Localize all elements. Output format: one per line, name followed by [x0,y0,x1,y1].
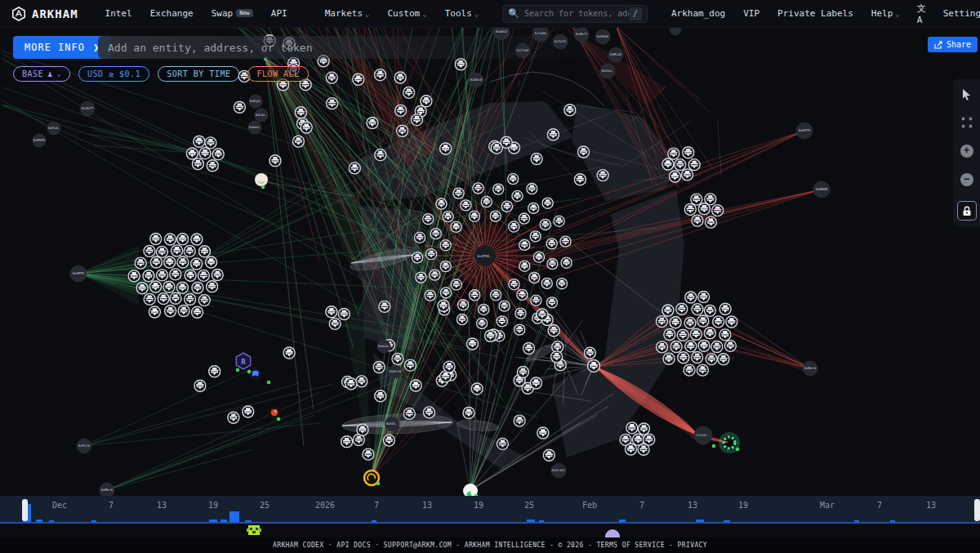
address-node[interactable] [626,444,637,455]
address-node[interactable] [698,291,710,302]
address-node[interactable] [394,72,406,83]
address-node[interactable] [375,390,386,402]
address-node[interactable] [726,316,737,328]
address-node[interactable] [473,183,483,194]
address-node[interactable] [546,239,557,249]
address-node[interactable] [519,261,530,271]
address-node[interactable] [663,353,675,364]
filter-base[interactable]: BASE ♟ ⌄ [13,66,70,82]
address-node[interactable] [440,143,452,154]
address-node[interactable] [170,292,181,304]
address-node[interactable] [458,300,469,310]
address-node[interactable] [712,205,724,216]
address-node[interactable] [191,258,203,270]
address-node[interactable] [508,173,519,184]
address-node[interactable] [404,359,416,371]
address-node[interactable] [509,221,519,232]
address-node[interactable] [533,252,544,262]
address-node[interactable] [184,245,195,256]
address-node[interactable] [561,257,572,268]
address-node[interactable] [542,198,553,208]
address-node[interactable] [514,415,525,426]
address-node[interactable] [301,122,312,133]
address-node[interactable] [441,288,452,298]
more-info-button[interactable]: MORE INFO ❯ [13,36,111,59]
address-node[interactable] [425,249,436,260]
address-node[interactable] [326,306,337,318]
address-node[interactable] [329,318,341,329]
nav-help-dropdown[interactable]: Help⌄ [871,8,900,19]
lock-button[interactable] [957,201,977,221]
zoom-in-button[interactable]: + [960,144,974,158]
address-node[interactable] [338,308,350,319]
address-node[interactable] [234,101,245,113]
address-node[interactable] [481,196,492,207]
address-node[interactable] [515,308,526,319]
address-node[interactable] [414,232,425,243]
address-node[interactable] [664,328,675,340]
address-node[interactable] [421,96,432,107]
address-node[interactable] [706,354,717,365]
address-node[interactable] [537,309,548,320]
address-node[interactable] [662,158,674,170]
address-node[interactable] [416,272,426,283]
global-search[interactable]: 🔍 / [502,5,648,23]
address-node[interactable] [403,408,415,419]
address-node[interactable] [546,297,557,308]
address-node[interactable] [713,316,724,328]
time-range-slider[interactable]: Dec713192520267131925Feb71319Mar713 [0,496,980,524]
timeline-right-handle[interactable] [974,499,980,521]
address-node[interactable] [327,98,338,109]
address-node[interactable] [363,448,374,460]
search-input[interactable] [524,9,629,18]
address-node[interactable] [144,293,155,305]
address-node[interactable] [209,366,220,377]
address-node[interactable] [198,246,210,257]
address-node[interactable] [491,290,501,301]
address-node[interactable] [383,435,394,446]
share-button[interactable]: Share [928,37,978,52]
address-node[interactable] [425,290,435,301]
address-node[interactable] [682,169,693,181]
address-node[interactable] [177,256,189,268]
address-node[interactable] [199,148,211,159]
address-node[interactable] [165,305,176,317]
address-node[interactable] [490,211,501,221]
zoom-out-button[interactable]: − [960,172,974,187]
address-node[interactable] [528,203,539,213]
address-node[interactable] [501,201,512,212]
address-node[interactable] [373,362,385,373]
address-node[interactable] [207,281,218,292]
address-node[interactable] [292,136,304,147]
address-node[interactable] [697,364,708,376]
address-node[interactable] [662,305,674,316]
address-node[interactable] [356,376,368,387]
address-node[interactable] [670,317,681,328]
address-node[interactable] [157,270,168,281]
add-entity-input[interactable] [98,36,604,59]
address-node[interactable] [527,184,537,194]
address-node[interactable] [551,351,563,363]
token-node[interactable] [255,173,268,186]
address-node[interactable] [519,239,530,250]
address-node[interactable] [164,234,176,245]
address-node[interactable] [704,305,715,316]
address-node[interactable] [704,328,715,339]
address-node[interactable] [529,272,540,283]
address-node[interactable] [295,107,306,118]
address-node[interactable] [564,105,576,116]
address-node[interactable] [191,234,203,245]
address-node[interactable] [691,194,702,205]
address-node[interactable] [440,261,451,272]
address-node[interactable] [514,324,525,335]
address-node[interactable] [560,236,571,247]
fullscreen-icon[interactable] [960,115,974,130]
address-node[interactable] [430,229,441,239]
address-node[interactable] [684,317,696,328]
arkham-logo[interactable]: ARKHAM [11,7,78,21]
address-node[interactable] [143,270,154,282]
address-node[interactable] [719,329,731,341]
language-icon[interactable]: 文A [917,2,926,25]
address-node[interactable] [144,245,155,256]
nav-swap[interactable]: SwapNew [212,8,253,19]
